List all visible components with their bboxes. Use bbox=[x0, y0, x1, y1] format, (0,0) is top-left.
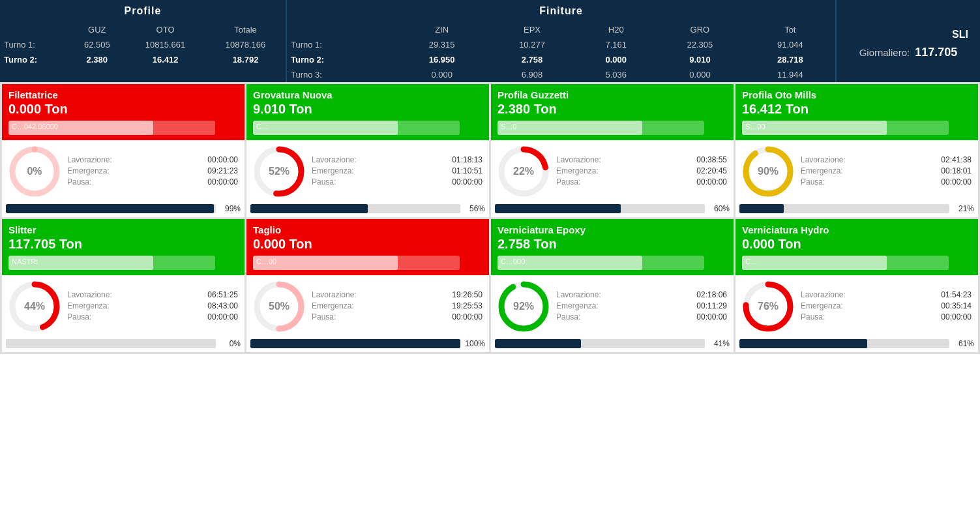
card-progress-label-verniciatura-hydro: 61% bbox=[953, 339, 974, 348]
profile-col-totale: Totale bbox=[205, 22, 286, 37]
stat-lavorazione-profila-guzzetti: Lavorazione: 00:38:55 bbox=[556, 155, 727, 164]
card-header-filettatrice: Filettatrice 0.000 Ton C…042.06000 bbox=[2, 84, 245, 140]
card-progress-label-filettatrice: 99% bbox=[220, 204, 241, 213]
stat-emergenza-filettatrice: Emergenza: 09:21:23 bbox=[67, 166, 238, 175]
card-progress-taglio: 100% bbox=[246, 338, 489, 352]
card-input-text-slitter: NASTRI bbox=[12, 258, 38, 265]
donut-label-verniciatura-epoxy: 92% bbox=[513, 301, 534, 312]
card-input-text-profila-guzzetti: S…0 bbox=[501, 123, 516, 130]
stat-lavorazione-filettatrice: Lavorazione: 00:00:00 bbox=[67, 155, 238, 164]
card-input-text-verniciatura-hydro: C… bbox=[745, 258, 758, 265]
donut-filettatrice: 0% bbox=[8, 145, 61, 198]
card-header-verniciatura-hydro: Verniciatura Hydro 0.000 Ton C… bbox=[735, 219, 978, 275]
stat-emergenza-verniciatura-hydro: Emergenza: 00:35:14 bbox=[801, 301, 972, 310]
card-progress-label-taglio: 100% bbox=[464, 339, 485, 348]
donut-verniciatura-hydro: 76% bbox=[742, 280, 794, 333]
donut-profila-guzzetti: 22% bbox=[497, 145, 550, 198]
card-stats-grovatura-nuova: Lavorazione: 01:18:13 Emergenza: 01:10:5… bbox=[312, 155, 483, 188]
donut-label-profila-guzzetti: 22% bbox=[513, 166, 534, 177]
card-title-verniciatura-hydro: Verniciatura Hydro bbox=[742, 224, 972, 235]
card-input-bar-profila-oto-mills: S…00 bbox=[742, 121, 949, 135]
card-header-verniciatura-epoxy: Verniciatura Epoxy 2.758 Ton C…000 bbox=[491, 219, 734, 275]
fin-col-h20: H20 bbox=[577, 22, 655, 37]
card-input-bar-profila-guzzetti: S…0 bbox=[497, 121, 704, 135]
fin-col-empty bbox=[287, 22, 396, 37]
profile-table: GUZ OTO Totale Turno 1:62.50510815.66110… bbox=[0, 22, 286, 67]
card-progress-label-slitter: 0% bbox=[220, 339, 241, 348]
card-progress-label-grovatura-nuova: 56% bbox=[464, 204, 485, 213]
profile-header: Profile bbox=[0, 0, 286, 22]
stat-lavorazione-slitter: Lavorazione: 06:51:25 bbox=[67, 290, 238, 299]
giornaliero-label: Giornaliero: bbox=[859, 47, 910, 58]
card-body-verniciatura-hydro: 76% Lavorazione: 01:54:23 Emergenza: 00:… bbox=[735, 275, 978, 338]
donut-taglio: 50% bbox=[253, 280, 305, 333]
profile-panel: Profile GUZ OTO Totale Turno 1:62.505108… bbox=[0, 0, 287, 82]
card-input-bar-verniciatura-hydro: C… bbox=[742, 256, 949, 270]
machine-card-profila-oto-mills: Profila Oto Mills 16.412 Ton S…00 90% La… bbox=[735, 84, 978, 217]
stat-pausa-grovatura-nuova: Pausa: 00:00:00 bbox=[312, 177, 483, 187]
donut-label-taglio: 50% bbox=[269, 301, 290, 312]
card-progress-bar-grovatura-nuova bbox=[250, 204, 460, 213]
nastri-panel: SLI Giornaliero: 117.705 bbox=[837, 0, 980, 82]
card-ton-verniciatura-hydro: 0.000 Ton bbox=[742, 237, 972, 252]
stat-emergenza-grovatura-nuova: Emergenza: 01:10:51 bbox=[312, 166, 483, 175]
stat-emergenza-taglio: Emergenza: 19:25:53 bbox=[312, 301, 483, 310]
stat-lavorazione-verniciatura-hydro: Lavorazione: 01:54:23 bbox=[801, 290, 972, 299]
machine-card-filettatrice: Filettatrice 0.000 Ton C…042.06000 0% La… bbox=[2, 84, 245, 217]
card-progress-label-profila-oto-mills: 21% bbox=[953, 204, 974, 213]
card-body-profila-guzzetti: 22% Lavorazione: 00:38:55 Emergenza: 02:… bbox=[491, 140, 734, 203]
card-title-profila-oto-mills: Profila Oto Mills bbox=[742, 89, 972, 100]
donut-grovatura-nuova: 52% bbox=[253, 145, 305, 198]
nastri-sli-header: SLI bbox=[843, 23, 973, 46]
card-progress-label-verniciatura-epoxy: 41% bbox=[709, 339, 730, 348]
donut-slitter: 44% bbox=[8, 280, 61, 333]
card-input-text-verniciatura-epoxy: C…000 bbox=[501, 258, 525, 265]
stat-pausa-profila-oto-mills: Pausa: 00:00:00 bbox=[801, 177, 972, 187]
stat-pausa-filettatrice: Pausa: 00:00:00 bbox=[67, 177, 238, 187]
card-body-taglio: 50% Lavorazione: 19:26:50 Emergenza: 19:… bbox=[246, 275, 489, 338]
card-input-bar-filettatrice: C…042.06000 bbox=[8, 121, 215, 135]
card-progress-bar-profila-oto-mills bbox=[739, 204, 949, 213]
card-title-slitter: Slitter bbox=[8, 224, 238, 235]
card-progress-slitter: 0% bbox=[2, 338, 245, 352]
card-progress-bar-taglio bbox=[250, 339, 460, 348]
card-ton-grovatura-nuova: 9.010 Ton bbox=[253, 102, 483, 117]
card-progress-label-profila-guzzetti: 60% bbox=[709, 204, 730, 213]
fin-col-epx: EPX bbox=[487, 22, 577, 37]
stat-emergenza-slitter: Emergenza: 08:43:00 bbox=[67, 301, 238, 310]
stat-pausa-taglio: Pausa: 00:00:00 bbox=[312, 312, 483, 321]
card-progress-bar-filettatrice bbox=[6, 204, 216, 213]
card-ton-profila-oto-mills: 16.412 Ton bbox=[742, 102, 972, 117]
card-input-bar-grovatura-nuova: C… bbox=[253, 121, 460, 135]
donut-label-slitter: 44% bbox=[24, 301, 45, 312]
stat-pausa-profila-guzzetti: Pausa: 00:00:00 bbox=[556, 177, 727, 187]
card-input-bar-taglio: C…00 bbox=[253, 256, 460, 270]
card-input-text-profila-oto-mills: S…00 bbox=[745, 123, 765, 130]
card-header-slitter: Slitter 117.705 Ton NASTRI bbox=[2, 219, 245, 275]
stat-emergenza-profila-guzzetti: Emergenza: 02:20:45 bbox=[556, 166, 727, 175]
card-stats-taglio: Lavorazione: 19:26:50 Emergenza: 19:25:5… bbox=[312, 290, 483, 323]
stat-lavorazione-grovatura-nuova: Lavorazione: 01:18:13 bbox=[312, 155, 483, 164]
finiture-panel: Finiture ZIN EPX H20 GRO Tot Turno 1:29.… bbox=[287, 0, 837, 82]
machine-card-grovatura-nuova: Grovatura Nuova 9.010 Ton C… 52% Lavoraz… bbox=[246, 84, 489, 217]
card-title-profila-guzzetti: Profila Guzzetti bbox=[497, 89, 727, 100]
profile-col-oto: OTO bbox=[125, 22, 205, 37]
machine-card-slitter: Slitter 117.705 Ton NASTRI 44% Lavorazio… bbox=[2, 219, 245, 352]
card-progress-grovatura-nuova: 56% bbox=[246, 203, 489, 217]
profile-col-empty bbox=[0, 22, 68, 37]
card-progress-profila-oto-mills: 21% bbox=[735, 203, 978, 217]
top-section: Profile GUZ OTO Totale Turno 1:62.505108… bbox=[0, 0, 980, 82]
finiture-table: ZIN EPX H20 GRO Tot Turno 1:29.31510.277… bbox=[287, 22, 835, 82]
card-title-filettatrice: Filettatrice bbox=[8, 89, 238, 100]
card-title-taglio: Taglio bbox=[253, 224, 483, 235]
card-stats-profila-guzzetti: Lavorazione: 00:38:55 Emergenza: 02:20:4… bbox=[556, 155, 727, 188]
machine-card-verniciatura-hydro: Verniciatura Hydro 0.000 Ton C… 76% Lavo… bbox=[735, 219, 978, 352]
card-stats-verniciatura-hydro: Lavorazione: 01:54:23 Emergenza: 00:35:1… bbox=[801, 290, 972, 323]
card-ton-slitter: 117.705 Ton bbox=[8, 237, 238, 252]
finiture-header: Finiture bbox=[287, 0, 835, 22]
card-ton-filettatrice: 0.000 Ton bbox=[8, 102, 238, 117]
card-title-grovatura-nuova: Grovatura Nuova bbox=[253, 89, 483, 100]
card-input-bar-slitter: NASTRI bbox=[8, 256, 215, 270]
donut-label-grovatura-nuova: 52% bbox=[269, 166, 290, 177]
stat-emergenza-verniciatura-epoxy: Emergenza: 00:11:29 bbox=[556, 301, 727, 310]
